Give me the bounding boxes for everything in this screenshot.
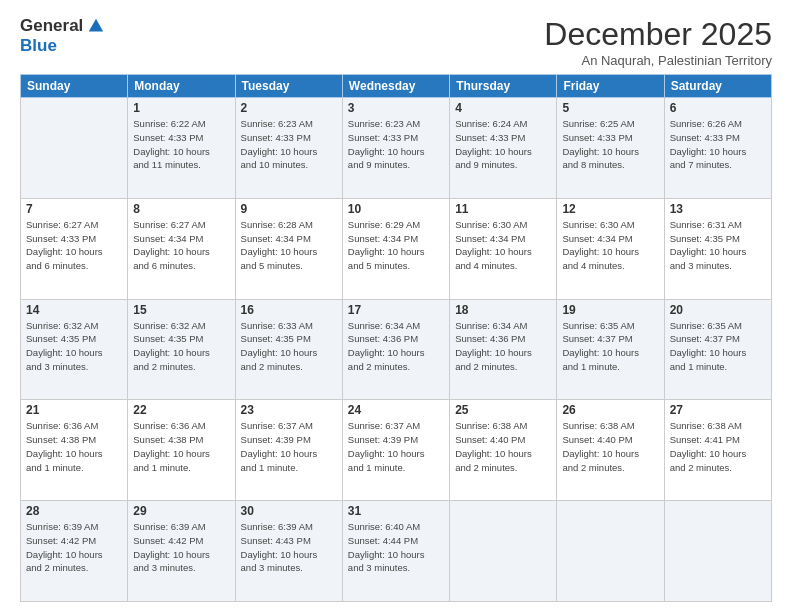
- calendar-cell: [450, 501, 557, 602]
- calendar-cell: 20Sunrise: 6:35 AMSunset: 4:37 PMDayligh…: [664, 299, 771, 400]
- day-number: 1: [133, 101, 229, 115]
- calendar-cell: 22Sunrise: 6:36 AMSunset: 4:38 PMDayligh…: [128, 400, 235, 501]
- calendar-cell: 29Sunrise: 6:39 AMSunset: 4:42 PMDayligh…: [128, 501, 235, 602]
- calendar-cell: 27Sunrise: 6:38 AMSunset: 4:41 PMDayligh…: [664, 400, 771, 501]
- day-number: 2: [241, 101, 337, 115]
- day-header-tuesday: Tuesday: [235, 75, 342, 98]
- day-info: Sunrise: 6:36 AMSunset: 4:38 PMDaylight:…: [26, 419, 122, 474]
- logo-general: General: [20, 16, 83, 36]
- calendar-cell: [664, 501, 771, 602]
- day-number: 17: [348, 303, 444, 317]
- calendar-cell: 6Sunrise: 6:26 AMSunset: 4:33 PMDaylight…: [664, 98, 771, 199]
- day-info: Sunrise: 6:27 AMSunset: 4:34 PMDaylight:…: [133, 218, 229, 273]
- logo-blue: Blue: [20, 36, 57, 56]
- day-number: 12: [562, 202, 658, 216]
- day-number: 31: [348, 504, 444, 518]
- calendar-cell: 8Sunrise: 6:27 AMSunset: 4:34 PMDaylight…: [128, 198, 235, 299]
- header: General Blue December 2025 An Naqurah, P…: [20, 16, 772, 68]
- calendar-cell: 7Sunrise: 6:27 AMSunset: 4:33 PMDaylight…: [21, 198, 128, 299]
- day-number: 6: [670, 101, 766, 115]
- day-info: Sunrise: 6:25 AMSunset: 4:33 PMDaylight:…: [562, 117, 658, 172]
- calendar-cell: 10Sunrise: 6:29 AMSunset: 4:34 PMDayligh…: [342, 198, 449, 299]
- day-number: 23: [241, 403, 337, 417]
- calendar-cell: 2Sunrise: 6:23 AMSunset: 4:33 PMDaylight…: [235, 98, 342, 199]
- day-number: 29: [133, 504, 229, 518]
- day-info: Sunrise: 6:22 AMSunset: 4:33 PMDaylight:…: [133, 117, 229, 172]
- calendar-cell: 16Sunrise: 6:33 AMSunset: 4:35 PMDayligh…: [235, 299, 342, 400]
- day-number: 28: [26, 504, 122, 518]
- day-number: 9: [241, 202, 337, 216]
- day-number: 18: [455, 303, 551, 317]
- day-info: Sunrise: 6:38 AMSunset: 4:41 PMDaylight:…: [670, 419, 766, 474]
- day-number: 21: [26, 403, 122, 417]
- day-header-monday: Monday: [128, 75, 235, 98]
- logo-icon: [87, 17, 105, 35]
- page: General Blue December 2025 An Naqurah, P…: [0, 0, 792, 612]
- title-area: December 2025 An Naqurah, Palestinian Te…: [544, 16, 772, 68]
- calendar-cell: [21, 98, 128, 199]
- day-info: Sunrise: 6:29 AMSunset: 4:34 PMDaylight:…: [348, 218, 444, 273]
- day-header-saturday: Saturday: [664, 75, 771, 98]
- calendar-cell: 15Sunrise: 6:32 AMSunset: 4:35 PMDayligh…: [128, 299, 235, 400]
- day-header-sunday: Sunday: [21, 75, 128, 98]
- day-info: Sunrise: 6:31 AMSunset: 4:35 PMDaylight:…: [670, 218, 766, 273]
- day-number: 27: [670, 403, 766, 417]
- day-number: 5: [562, 101, 658, 115]
- day-info: Sunrise: 6:34 AMSunset: 4:36 PMDaylight:…: [348, 319, 444, 374]
- day-number: 4: [455, 101, 551, 115]
- day-number: 26: [562, 403, 658, 417]
- day-info: Sunrise: 6:30 AMSunset: 4:34 PMDaylight:…: [455, 218, 551, 273]
- month-title: December 2025: [544, 16, 772, 53]
- calendar-cell: 26Sunrise: 6:38 AMSunset: 4:40 PMDayligh…: [557, 400, 664, 501]
- day-info: Sunrise: 6:37 AMSunset: 4:39 PMDaylight:…: [348, 419, 444, 474]
- day-info: Sunrise: 6:39 AMSunset: 4:43 PMDaylight:…: [241, 520, 337, 575]
- calendar-cell: 19Sunrise: 6:35 AMSunset: 4:37 PMDayligh…: [557, 299, 664, 400]
- week-row-2: 7Sunrise: 6:27 AMSunset: 4:33 PMDaylight…: [21, 198, 772, 299]
- day-number: 10: [348, 202, 444, 216]
- day-number: 25: [455, 403, 551, 417]
- day-info: Sunrise: 6:36 AMSunset: 4:38 PMDaylight:…: [133, 419, 229, 474]
- day-info: Sunrise: 6:27 AMSunset: 4:33 PMDaylight:…: [26, 218, 122, 273]
- day-info: Sunrise: 6:32 AMSunset: 4:35 PMDaylight:…: [133, 319, 229, 374]
- calendar-cell: 24Sunrise: 6:37 AMSunset: 4:39 PMDayligh…: [342, 400, 449, 501]
- day-info: Sunrise: 6:40 AMSunset: 4:44 PMDaylight:…: [348, 520, 444, 575]
- day-number: 11: [455, 202, 551, 216]
- svg-marker-0: [89, 19, 103, 32]
- calendar: SundayMondayTuesdayWednesdayThursdayFrid…: [20, 74, 772, 602]
- day-number: 16: [241, 303, 337, 317]
- calendar-cell: 23Sunrise: 6:37 AMSunset: 4:39 PMDayligh…: [235, 400, 342, 501]
- day-info: Sunrise: 6:35 AMSunset: 4:37 PMDaylight:…: [562, 319, 658, 374]
- day-info: Sunrise: 6:38 AMSunset: 4:40 PMDaylight:…: [562, 419, 658, 474]
- calendar-cell: 12Sunrise: 6:30 AMSunset: 4:34 PMDayligh…: [557, 198, 664, 299]
- day-number: 8: [133, 202, 229, 216]
- day-info: Sunrise: 6:39 AMSunset: 4:42 PMDaylight:…: [26, 520, 122, 575]
- day-info: Sunrise: 6:23 AMSunset: 4:33 PMDaylight:…: [348, 117, 444, 172]
- calendar-cell: 25Sunrise: 6:38 AMSunset: 4:40 PMDayligh…: [450, 400, 557, 501]
- calendar-cell: 3Sunrise: 6:23 AMSunset: 4:33 PMDaylight…: [342, 98, 449, 199]
- logo: General Blue: [20, 16, 105, 56]
- calendar-cell: 4Sunrise: 6:24 AMSunset: 4:33 PMDaylight…: [450, 98, 557, 199]
- day-info: Sunrise: 6:38 AMSunset: 4:40 PMDaylight:…: [455, 419, 551, 474]
- week-row-3: 14Sunrise: 6:32 AMSunset: 4:35 PMDayligh…: [21, 299, 772, 400]
- day-info: Sunrise: 6:35 AMSunset: 4:37 PMDaylight:…: [670, 319, 766, 374]
- day-info: Sunrise: 6:37 AMSunset: 4:39 PMDaylight:…: [241, 419, 337, 474]
- day-number: 15: [133, 303, 229, 317]
- day-number: 13: [670, 202, 766, 216]
- day-info: Sunrise: 6:33 AMSunset: 4:35 PMDaylight:…: [241, 319, 337, 374]
- day-info: Sunrise: 6:28 AMSunset: 4:34 PMDaylight:…: [241, 218, 337, 273]
- calendar-cell: 28Sunrise: 6:39 AMSunset: 4:42 PMDayligh…: [21, 501, 128, 602]
- calendar-cell: 1Sunrise: 6:22 AMSunset: 4:33 PMDaylight…: [128, 98, 235, 199]
- day-info: Sunrise: 6:24 AMSunset: 4:33 PMDaylight:…: [455, 117, 551, 172]
- calendar-cell: 21Sunrise: 6:36 AMSunset: 4:38 PMDayligh…: [21, 400, 128, 501]
- day-info: Sunrise: 6:30 AMSunset: 4:34 PMDaylight:…: [562, 218, 658, 273]
- day-info: Sunrise: 6:34 AMSunset: 4:36 PMDaylight:…: [455, 319, 551, 374]
- calendar-cell: 18Sunrise: 6:34 AMSunset: 4:36 PMDayligh…: [450, 299, 557, 400]
- week-row-5: 28Sunrise: 6:39 AMSunset: 4:42 PMDayligh…: [21, 501, 772, 602]
- day-info: Sunrise: 6:39 AMSunset: 4:42 PMDaylight:…: [133, 520, 229, 575]
- calendar-cell: 30Sunrise: 6:39 AMSunset: 4:43 PMDayligh…: [235, 501, 342, 602]
- calendar-cell: 9Sunrise: 6:28 AMSunset: 4:34 PMDaylight…: [235, 198, 342, 299]
- calendar-cell: 13Sunrise: 6:31 AMSunset: 4:35 PMDayligh…: [664, 198, 771, 299]
- day-number: 24: [348, 403, 444, 417]
- day-number: 20: [670, 303, 766, 317]
- calendar-cell: 17Sunrise: 6:34 AMSunset: 4:36 PMDayligh…: [342, 299, 449, 400]
